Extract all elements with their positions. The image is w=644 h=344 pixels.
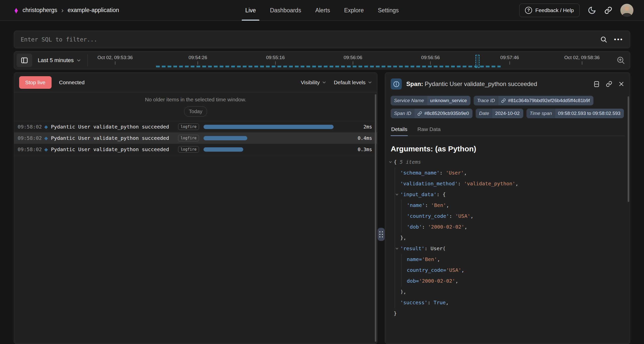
avatar[interactable]	[620, 4, 633, 17]
record-time: 09:58:02	[18, 124, 44, 130]
indent-guide	[401, 276, 401, 286]
breadcrumb-org[interactable]: christophergs	[22, 7, 57, 14]
copy-link-button[interactable]	[606, 81, 612, 87]
timeline-area[interactable]: Oct 02, 09:53:3609:54:2609:55:1609:56:06…	[88, 52, 612, 69]
badge-value-text: 09:58:02.593 to 09:58:02.593	[558, 111, 620, 116]
timeline-tick: 09:56:56	[421, 55, 440, 65]
sql-filter-input[interactable]	[21, 36, 593, 43]
logfire-logo-icon[interactable]: ♦	[14, 6, 18, 15]
indent-guide	[395, 254, 395, 265]
code-line: 'name': 'Ben',	[391, 200, 624, 211]
token-string: '2000-02-02'	[428, 224, 464, 230]
record-message: Pydantic User validate_python succeeded	[51, 135, 169, 141]
token-string: 'validate_python'	[464, 181, 515, 187]
detail-tabs: DetailsRaw Data	[391, 124, 624, 136]
drag-grip-icon[interactable]	[378, 228, 385, 241]
token-punct: : {	[437, 191, 446, 197]
record-message: Pydantic User validate_python succeeded	[51, 146, 169, 152]
nav-tab-settings[interactable]: Settings	[371, 0, 406, 21]
live-panel-scrollbar[interactable]	[375, 94, 376, 342]
arguments-code-tree: { 5 items'schema_name': 'User','validati…	[391, 157, 624, 319]
zoom-in-button[interactable]	[616, 56, 625, 65]
panel-resize-handle[interactable]	[377, 72, 385, 344]
indent-guide	[395, 232, 395, 243]
more-options-button[interactable]: •••	[614, 36, 623, 43]
nav-tab-alerts[interactable]: Alerts	[308, 0, 337, 21]
default-levels-dropdown[interactable]: Default levels	[334, 79, 372, 85]
nav-tab-live[interactable]: Live	[238, 0, 263, 21]
code-line: 'result': User(	[391, 243, 624, 254]
today-button[interactable]: Today	[184, 106, 207, 117]
collapse-caret-icon[interactable]	[389, 160, 392, 164]
info-icon	[393, 81, 400, 88]
badge-span-id[interactable]: Span ID#8c85209cb935b9e0	[391, 109, 472, 118]
feedback-help-button[interactable]: ? Feedback / Help	[519, 4, 580, 17]
badge-value: unknown_service	[427, 96, 470, 105]
dark-mode-toggle[interactable]	[588, 6, 596, 15]
collapse-caret-icon[interactable]	[395, 247, 399, 250]
collapse-sidebar-button[interactable]	[17, 54, 32, 67]
moon-icon	[588, 6, 596, 15]
visibility-dropdown[interactable]: Visibility	[301, 79, 326, 85]
token-string: '2000-02-02'	[419, 278, 455, 284]
span-title: Span: Pydantic User validate_python succ…	[406, 80, 589, 88]
nav-tabs: LiveDashboardsAlertsExploreSettings	[238, 0, 406, 21]
link-icon	[604, 6, 612, 14]
badge-service-name[interactable]: Service Nameunknown_service	[391, 96, 470, 105]
indent-guide	[401, 211, 401, 222]
badge-label: Service Name	[391, 96, 427, 105]
duration-bar-track	[204, 136, 345, 140]
timeline-tick: Oct 02, 09:53:36	[97, 55, 133, 65]
search-button[interactable]	[600, 36, 608, 43]
record-message: Pydantic User validate_python succeeded	[51, 124, 169, 130]
badge-value-text: #8c85209cb935b9e0	[424, 111, 469, 116]
token-punct: ,	[461, 267, 464, 273]
tab-details[interactable]: Details	[391, 124, 408, 136]
indent-guide	[395, 200, 395, 211]
record-tag[interactable]: logfire	[178, 146, 199, 153]
split-view-button[interactable]	[593, 81, 600, 88]
timeline-tick-label: 09:57:46	[500, 55, 519, 60]
live-panel-header: Stop live Connected Visibility Default l…	[14, 73, 377, 92]
live-panel: Stop live Connected Visibility Default l…	[14, 72, 377, 344]
record-tag[interactable]: logfire	[178, 135, 199, 141]
token-string: 'Ben'	[431, 202, 446, 208]
token-meta: 5 items	[397, 159, 421, 165]
detail-panel-scrollbar[interactable]	[628, 96, 629, 202]
link-icon	[417, 111, 422, 116]
time-range-selector[interactable]: Last 5 minutes	[38, 57, 81, 64]
collapse-caret-icon[interactable]	[395, 193, 399, 196]
live-panel-body: No older items in the selected time wind…	[14, 92, 377, 344]
arguments-heading: Arguments: (as Python)	[391, 145, 624, 153]
record-tag[interactable]: logfire	[178, 123, 199, 130]
indent-guide	[395, 243, 395, 254]
nav-tab-explore[interactable]: Explore	[337, 0, 371, 21]
badge-label: Date	[476, 109, 492, 118]
close-panel-button[interactable]	[618, 81, 624, 87]
timeline-tick-label: Oct 02, 09:58:36	[564, 55, 600, 60]
share-link-button[interactable]	[604, 6, 612, 14]
log-record-row[interactable]: 09:58:02◆Pydantic User validate_python s…	[14, 121, 377, 132]
badge-label: Span ID	[391, 109, 415, 118]
badge-trace-id[interactable]: Trace ID#81c364b79bbd92ef26b4dd5ff4c81b9…	[474, 96, 593, 105]
breadcrumb-project[interactable]: example-application	[68, 7, 119, 14]
badge-date[interactable]: Date2024-10-02	[476, 109, 523, 118]
timeline-tick-mark	[582, 61, 582, 65]
indent-guide	[401, 222, 401, 232]
top-nav: ♦ christophergs › example-application Li…	[0, 0, 644, 21]
log-record-row[interactable]: 09:58:02◆Pydantic User validate_python s…	[14, 144, 377, 155]
token-punct: },	[400, 235, 406, 241]
badge-label: Trace ID	[474, 96, 498, 105]
tab-raw-data[interactable]: Raw Data	[417, 124, 441, 136]
log-record-row[interactable]: 09:58:02◆Pydantic User validate_python s…	[14, 132, 377, 144]
time-range-label: Last 5 minutes	[38, 57, 74, 64]
nav-tab-dashboards[interactable]: Dashboards	[263, 0, 308, 21]
token-key: 'name'	[407, 202, 425, 208]
badge-time-span[interactable]: Time span09:58:02.593 to 09:58:02.593	[527, 109, 624, 118]
duration-bar	[204, 125, 334, 129]
close-icon	[618, 81, 624, 87]
span-diamond-icon: ◆	[44, 146, 48, 152]
span-info-icon	[391, 78, 402, 90]
stop-live-button[interactable]: Stop live	[19, 76, 52, 89]
token-punct: ,	[470, 213, 473, 219]
